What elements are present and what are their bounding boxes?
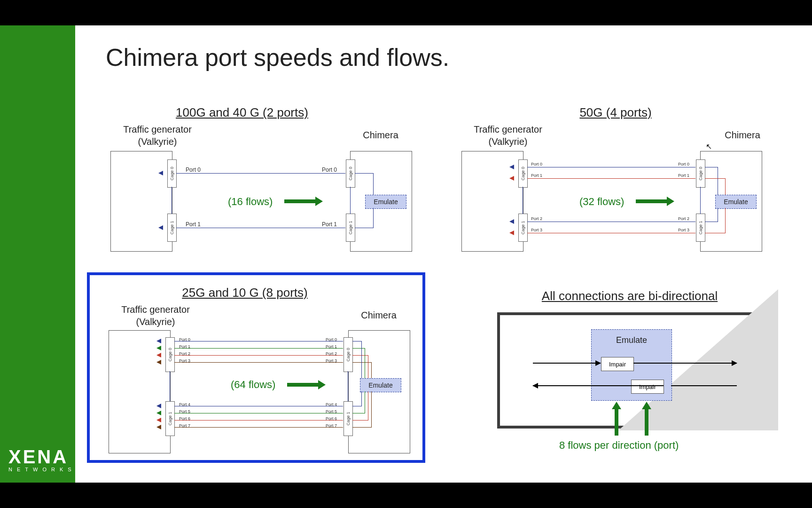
loop-line — [355, 228, 374, 228]
port-label: Port 3 — [179, 358, 190, 363]
cage-label: Cage 0 — [170, 167, 174, 180]
loop-line — [373, 208, 374, 228]
cage-connector — [170, 371, 170, 401]
port-label: Port 1 — [322, 221, 337, 228]
tg-box — [109, 330, 171, 453]
port-label: Port 7 — [179, 423, 190, 428]
impair-label: Impair — [609, 361, 626, 368]
group-100g-40g: 100G and 40 G (2 ports) Traffic generato… — [87, 105, 430, 277]
arrow-left-icon — [156, 353, 161, 357]
loop-line — [352, 427, 372, 428]
port-label: Port 0 — [678, 162, 689, 167]
logo: XENA NETWORKS — [8, 447, 76, 472]
flows-label: (16 flows) — [228, 196, 273, 208]
flows-label: (64 flows) — [231, 379, 275, 391]
arrow-up-icon — [615, 407, 618, 436]
loop-line — [705, 167, 718, 167]
group-heading: 50G (4 ports) — [533, 105, 698, 120]
port-line — [527, 178, 695, 179]
traffic-generator-label: Traffic generator (Valkyrie) — [454, 123, 562, 148]
group-50g: 50G (4 ports) Traffic generator (Valkyri… — [458, 105, 801, 277]
cage-label: Cage 0 — [346, 348, 351, 361]
flows-arrow-icon — [287, 383, 320, 387]
cage-label: Cage 0 — [698, 167, 703, 180]
brand-sidebar: XENA NETWORKS — [0, 25, 75, 483]
port-line — [174, 406, 343, 406]
port-line — [174, 341, 343, 341]
port-line — [176, 228, 345, 228]
port-label: Port 2 — [179, 351, 190, 356]
port-label: Port 1 — [531, 173, 542, 178]
group-heading: All connections are bi-directional — [489, 289, 771, 303]
loop-line — [361, 391, 362, 406]
cage-1-ch: Cage 1 — [696, 214, 705, 242]
cursor-icon: ↖ — [706, 142, 712, 151]
port-line — [174, 427, 343, 428]
cage-1-ch: Cage 1 — [346, 214, 355, 242]
emulate-label: Emulate — [724, 198, 748, 206]
loop-line — [725, 178, 726, 195]
port-label: Port 4 — [326, 402, 337, 407]
flows-label: (32 flows) — [579, 196, 624, 208]
loop-line — [352, 413, 365, 413]
loop-line — [352, 362, 372, 363]
impair-box-bottom: Impair — [631, 380, 664, 394]
cage-label: Cage 1 — [348, 221, 353, 234]
port-label: Port 0 — [186, 167, 201, 173]
loop-line — [352, 341, 362, 341]
arrow-left-icon — [156, 411, 161, 415]
cage-label: Cage 1 — [698, 221, 703, 234]
emulate-label: Emulate — [592, 335, 671, 345]
group-heading: 25G and 10 G (8 ports) — [118, 286, 372, 300]
port-label: Port 6 — [179, 416, 190, 421]
port-label: Port 1 — [678, 173, 689, 178]
arrow-right-icon — [633, 363, 737, 364]
arrow-left-icon — [509, 176, 514, 181]
loop-line — [373, 173, 374, 195]
port-label: Port 0 — [179, 337, 190, 342]
line-segment — [671, 385, 737, 386]
arrow-left-icon — [509, 219, 514, 224]
loop-line — [361, 341, 362, 378]
cage-0-ch: Cage 0 — [344, 337, 353, 372]
cage-label: Cage 0 — [168, 348, 172, 361]
port-label: Port 2 — [326, 351, 337, 356]
arrow-left-icon — [156, 425, 161, 429]
port-label: Port 3 — [531, 228, 542, 232]
cage-connector — [350, 187, 351, 214]
arrow-left-icon — [533, 385, 664, 386]
cage-1-tg: Cage 1 — [167, 214, 177, 242]
arrow-left-icon — [156, 339, 161, 343]
port-label: Port 6 — [326, 416, 337, 421]
cage-0-tg: Cage 0 — [518, 159, 528, 188]
loop-line — [368, 355, 368, 378]
cage-1-ch: Cage 1 — [344, 401, 353, 436]
loop-line — [705, 178, 726, 179]
cage-label: Cage 1 — [521, 221, 525, 234]
slide: XENA NETWORKS Chimera port speeds and fl… — [0, 25, 812, 483]
cage-0-ch: Cage 0 — [696, 159, 705, 188]
cage-label: Cage 1 — [346, 412, 351, 425]
logo-sub: NETWORKS — [8, 467, 76, 472]
arrow-left-icon — [158, 171, 163, 175]
port-label: Port 2 — [531, 216, 542, 221]
port-line — [174, 413, 343, 413]
chimera-label: Chimera — [348, 310, 409, 321]
emulate-box: Emulate — [360, 378, 401, 392]
cage-connector — [172, 187, 172, 214]
loop-line — [355, 173, 374, 174]
port-label: Port 2 — [678, 216, 689, 221]
port-line — [174, 355, 343, 356]
impair-box-top: Impair — [601, 357, 634, 371]
port-line — [174, 348, 343, 349]
loop-line — [352, 420, 368, 421]
group-25g-10g: 25G and 10 G (8 ports) Traffic generator… — [87, 272, 425, 463]
cage-0-ch: Cage 0 — [346, 159, 355, 188]
flows-arrow-icon — [284, 199, 317, 203]
chimera-label: Chimera — [350, 130, 411, 141]
flows-arrow-icon — [636, 199, 669, 203]
arrow-left-icon — [156, 404, 161, 408]
port-label: Port 5 — [179, 409, 190, 414]
port-line — [176, 173, 345, 174]
cage-label: Cage 1 — [170, 221, 174, 234]
